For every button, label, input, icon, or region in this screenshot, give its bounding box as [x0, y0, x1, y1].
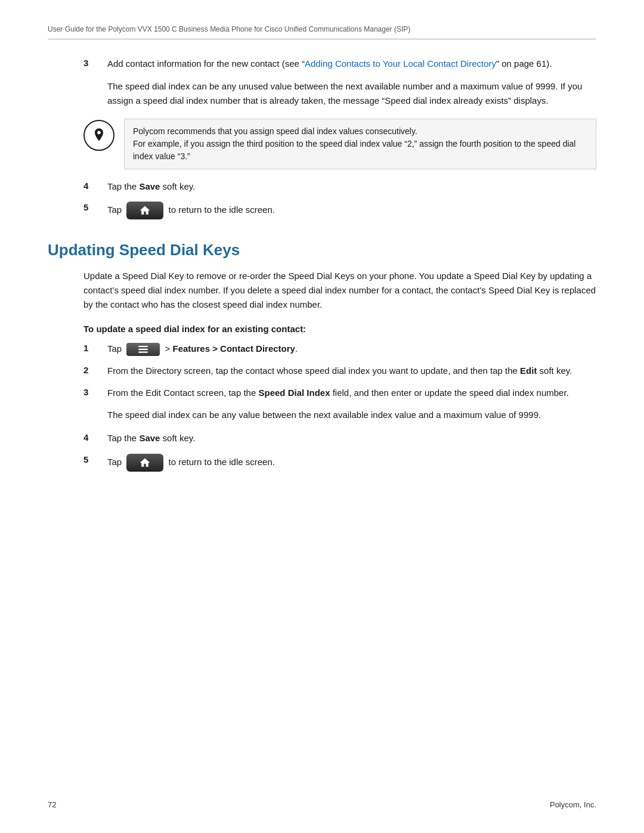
home-icon-2	[139, 457, 151, 469]
home-button-1[interactable]	[126, 202, 163, 219]
update-paragraph: The speed dial index can be any value be…	[107, 408, 596, 422]
update-step-5-content: Tap to return to the idle screen.	[107, 454, 596, 472]
update-step-4-text-after: soft key.	[160, 433, 195, 443]
footer-bar: 72 Polycom, Inc.	[48, 800, 596, 809]
update-step-1-item: 1 Tap > Features > Contact Directory.	[83, 342, 596, 356]
section-heading-text: Updating Speed Dial Keys	[48, 241, 596, 259]
update-step-3-text: From the Edit Contact screen, tap the Sp…	[107, 388, 569, 398]
pin-icon	[91, 127, 107, 144]
menu-icon	[138, 345, 148, 354]
update-step-4-number: 4	[83, 432, 107, 442]
update-step-5-text-before: Tap	[107, 457, 124, 467]
update-step-2-text: From the Directory screen, tap the conta…	[107, 366, 572, 376]
page-container: User Guide for the Polycom VVX 1500 C Bu…	[0, 0, 644, 516]
update-step-5-item: 5 Tap to return to the idle screen.	[83, 454, 596, 472]
section-heading: Updating Speed Dial Keys	[48, 241, 596, 259]
home-icon-1	[139, 205, 151, 216]
svg-rect-1	[138, 349, 148, 350]
step-4-bold: Save	[139, 181, 160, 191]
update-step-1-content: Tap > Features > Contact Directory.	[107, 342, 596, 356]
update-step-3-content: From the Edit Contact screen, tap the Sp…	[107, 386, 596, 400]
update-step-1-number: 1	[83, 342, 107, 353]
step-5-item: 5 Tap to return to the idle screen.	[83, 202, 596, 219]
update-step-4-text-before: Tap the	[107, 433, 139, 443]
content-area: 3 Add contact information for the new co…	[83, 57, 596, 219]
update-step-4-content: Tap the Save soft key.	[107, 432, 596, 445]
update-step-1-arrow: > Features > Contact Directory.	[165, 343, 298, 354]
update-step-5-number: 5	[83, 454, 107, 465]
note-line2: For example, if you assign the third pos…	[133, 139, 575, 161]
step-3-text-after: ” on page 61).	[496, 58, 552, 69]
step-5-content: Tap to return to the idle screen.	[107, 202, 596, 219]
paragraph-1: The speed dial index can be any unused v…	[107, 79, 596, 108]
header-bar: User Guide for the Polycom VVX 1500 C Bu…	[48, 24, 596, 39]
home-button-2[interactable]	[126, 454, 163, 472]
step-4-text-after: soft key.	[160, 181, 195, 191]
update-step-3-number: 3	[83, 386, 107, 397]
step-5-text-before: Tap	[107, 205, 124, 215]
update-step-5-text-after: to return to the idle screen.	[169, 457, 275, 467]
svg-rect-0	[138, 346, 148, 347]
menu-button[interactable]	[126, 343, 160, 356]
step-4-number: 4	[83, 180, 107, 191]
step-5-number: 5	[83, 202, 107, 212]
subsection-heading: To update a speed dial index for an exis…	[83, 324, 596, 334]
footer-page-number: 72	[48, 800, 56, 809]
update-step-1-tap: Tap	[107, 343, 124, 354]
note-line1: Polycom recommends that you assign speed…	[133, 126, 417, 136]
note-content: Polycom recommends that you assign speed…	[124, 119, 596, 169]
update-step-2-content: From the Directory screen, tap the conta…	[107, 364, 596, 378]
adding-contacts-link[interactable]: Adding Contacts to Your Local Contact Di…	[305, 58, 496, 69]
update-step-2-number: 2	[83, 364, 107, 375]
step-3-content: Add contact information for the new cont…	[107, 57, 596, 71]
note-icon	[83, 120, 114, 151]
footer-company: Polycom, Inc.	[550, 800, 596, 809]
svg-rect-2	[138, 352, 148, 353]
step-4-content: Tap the Save soft key.	[107, 180, 596, 194]
note-box: Polycom recommends that you assign speed…	[83, 119, 596, 169]
update-step-4-item: 4 Tap the Save soft key.	[83, 432, 596, 445]
section-paragraph: Update a Speed Dial Key to remove or re-…	[83, 269, 596, 312]
step-3-text-before: Add contact information for the new cont…	[107, 58, 305, 69]
content-area-2: Update a Speed Dial Key to remove or re-…	[83, 269, 596, 472]
step-3-item: 3 Add contact information for the new co…	[83, 57, 596, 71]
update-step-2-item: 2 From the Directory screen, tap the con…	[83, 364, 596, 378]
update-step-3-item: 3 From the Edit Contact screen, tap the …	[83, 386, 596, 400]
header-text: User Guide for the Polycom VVX 1500 C Bu…	[48, 25, 410, 33]
step-4-text-before: Tap the	[107, 181, 139, 191]
update-step-4-bold: Save	[139, 433, 160, 443]
step-5-text-after: to return to the idle screen.	[169, 205, 275, 215]
step-4-item: 4 Tap the Save soft key.	[83, 180, 596, 194]
step-3-number: 3	[83, 57, 107, 68]
